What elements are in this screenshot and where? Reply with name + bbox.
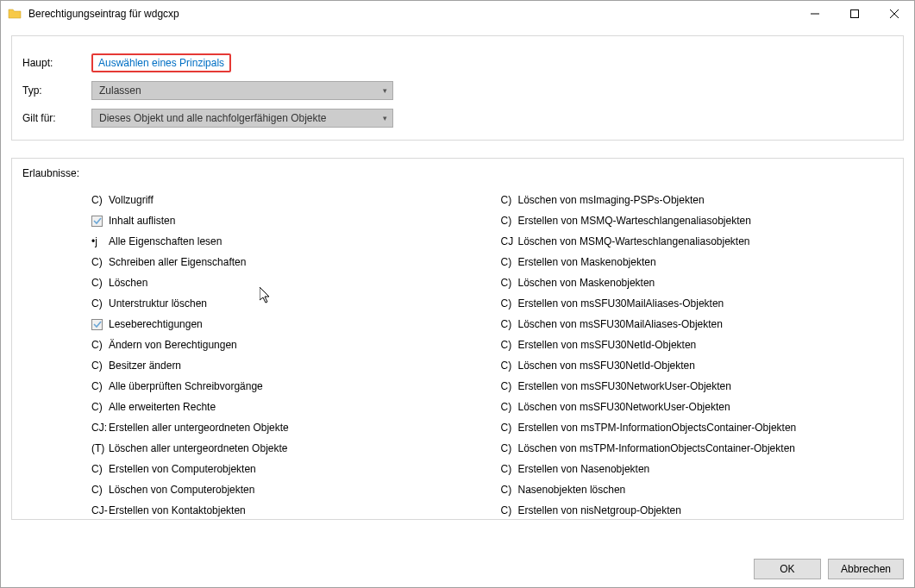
permission-label: Besitzer ändern bbox=[109, 360, 181, 372]
cancel-button[interactable]: Abbrechen bbox=[828, 559, 904, 579]
minimize-button[interactable] bbox=[795, 1, 835, 27]
dialog-footer: OK Abbrechen bbox=[1, 551, 914, 587]
permission-label: Erstellen von Nasenobjekten bbox=[518, 463, 650, 475]
svg-rect-1 bbox=[851, 10, 859, 18]
permission-label: Erstellen von nisNetgroup-Objekten bbox=[518, 504, 681, 516]
permission-item[interactable]: C)Löschen von msSFU30NetworkUser-Objekte… bbox=[501, 397, 893, 417]
glyph-icon: C) bbox=[91, 401, 109, 413]
glyph-icon: C) bbox=[501, 277, 518, 289]
permission-item[interactable]: C)Unterstruktur löschen bbox=[91, 293, 484, 314]
glyph-icon: •j bbox=[91, 235, 109, 247]
permission-item[interactable]: C)Nasenobjekten löschen bbox=[501, 479, 893, 500]
permission-item[interactable]: C)Erstellen von msSFU30NetId-Objekten bbox=[501, 335, 893, 355]
chevron-down-icon: ▾ bbox=[383, 86, 387, 95]
permission-label: Erstellen von Maskenobjekten bbox=[518, 256, 656, 268]
permission-item[interactable]: •jAlle Eigenschaften lesen bbox=[91, 231, 484, 252]
glyph-icon: C) bbox=[501, 422, 518, 434]
permission-label: Löschen von Maskenobjekten bbox=[518, 277, 655, 289]
type-select[interactable]: Zulassen ▾ bbox=[91, 81, 393, 100]
select-principal-link[interactable]: Auswählen eines Prinzipals bbox=[91, 53, 231, 72]
glyph-icon: C) bbox=[501, 442, 518, 454]
close-button[interactable] bbox=[874, 1, 914, 27]
permission-label: Löschen von Computerobjekten bbox=[109, 484, 254, 496]
permission-label: Unterstruktur löschen bbox=[109, 297, 207, 310]
permission-item[interactable]: C)Erstellen von MSMQ-Warteschlangenalias… bbox=[501, 210, 893, 231]
permission-item[interactable]: Inhalt auflisten bbox=[91, 210, 484, 231]
glyph-icon: C) bbox=[501, 380, 518, 392]
permission-label: Löschen von msSFU30NetworkUser-Objekten bbox=[518, 401, 730, 413]
glyph-icon: C) bbox=[91, 194, 109, 206]
permission-item[interactable]: C)Erstellen von Nasenobjekten bbox=[501, 459, 893, 479]
permission-label: Alle Eigenschaften lesen bbox=[109, 235, 222, 247]
permission-item[interactable]: Leseberechtigungen bbox=[91, 314, 484, 335]
window-controls bbox=[795, 1, 914, 27]
permission-item[interactable]: C)Ändern von Berechtigungen bbox=[91, 335, 484, 355]
type-select-value: Zulassen bbox=[99, 84, 141, 97]
permission-label: Löschen von msSFU30NetId-Objekten bbox=[518, 360, 695, 372]
permission-label: Erstellen von msSFU30NetId-Objekten bbox=[518, 339, 697, 351]
permission-label: Erstellen von Computerobjekten bbox=[109, 463, 256, 475]
permission-item[interactable]: C)Erstellen von msTPM-InformationObjects… bbox=[501, 417, 893, 438]
permissions-group: Erlaubnisse: C)VollzugriffInhalt auflist… bbox=[11, 158, 904, 520]
permission-item[interactable]: C)Löschen von msImaging-PSPs-Objekten bbox=[501, 190, 893, 210]
permission-item[interactable]: C)Erstellen von nisNetgroup-Objekten bbox=[501, 500, 893, 520]
permission-item[interactable]: C)Erstellen von Maskenobjekten bbox=[501, 252, 893, 272]
ok-button[interactable]: OK bbox=[754, 559, 821, 579]
permission-label: Löschen bbox=[109, 277, 147, 289]
permission-item[interactable]: C)Löschen von msSFU30NetId-Objekten bbox=[501, 355, 893, 376]
permissions-title: Erlaubnisse: bbox=[22, 167, 893, 179]
glyph-icon: C) bbox=[91, 256, 109, 268]
permission-label: Inhalt auflisten bbox=[109, 215, 175, 227]
glyph-icon: C) bbox=[501, 360, 518, 372]
glyph-icon: C) bbox=[501, 297, 518, 310]
glyph-icon: C) bbox=[501, 463, 518, 475]
permission-label: Löschen von msSFU30MailAliases-Objekten bbox=[518, 318, 723, 330]
permission-item[interactable]: C)Erstellen von Computerobjekten bbox=[91, 459, 484, 479]
glyph-icon: C) bbox=[501, 256, 518, 268]
permission-item[interactable]: C)Löschen von Maskenobjekten bbox=[501, 272, 893, 293]
applies-select[interactable]: Dieses Objekt und alle nachfolgerfähigen… bbox=[91, 109, 393, 128]
applies-select-value: Dieses Objekt und alle nachfolgerfähigen… bbox=[99, 112, 327, 124]
glyph-icon: C) bbox=[501, 504, 518, 516]
glyph-icon: CJ: bbox=[91, 422, 109, 434]
permission-item[interactable]: C)Löschen bbox=[91, 272, 484, 293]
titlebar: Berechtigungseintrag für wdgcxp bbox=[1, 1, 914, 27]
permission-item[interactable]: C)Schreiben aller Eigenschaften bbox=[91, 252, 484, 272]
permission-label: Alle erweiterten Rechte bbox=[109, 401, 216, 413]
permission-item[interactable]: C)Erstellen von msSFU30MailAliases-Objek… bbox=[501, 293, 893, 314]
glyph-icon: C) bbox=[91, 277, 109, 289]
permission-label: Erstellen von MSMQ-Warteschlangenaliasob… bbox=[518, 215, 751, 227]
glyph-icon: C) bbox=[501, 318, 518, 330]
checkbox-checked-icon bbox=[91, 216, 109, 227]
permission-label: Erstellen von msSFU30MailAliases-Objekte… bbox=[518, 297, 724, 310]
permission-label: Ändern von Berechtigungen bbox=[109, 339, 237, 351]
permissions-column-2: C)Löschen von msImaging-PSPs-ObjektenC)E… bbox=[501, 190, 893, 520]
permission-item[interactable]: CJLöschen von MSMQ-Warteschlangenaliasob… bbox=[501, 231, 893, 252]
permission-label: Erstellen von Kontaktobjekten bbox=[109, 504, 246, 516]
permission-item[interactable]: C)Alle erweiterten Rechte bbox=[91, 397, 484, 417]
permission-item[interactable]: C)Besitzer ändern bbox=[91, 355, 484, 376]
permission-item[interactable]: C)Löschen von msSFU30MailAliases-Objekte… bbox=[501, 314, 893, 335]
permission-item[interactable]: C)Löschen von Computerobjekten bbox=[91, 479, 484, 500]
permission-label: Erstellen von msTPM-InformationObjectsCo… bbox=[518, 422, 797, 434]
glyph-icon: CJ- bbox=[91, 504, 109, 516]
permission-label: Schreiben aller Eigenschaften bbox=[109, 256, 246, 268]
permission-label: Löschen von msTPM-InformationObjectsCont… bbox=[518, 442, 795, 454]
glyph-icon: C) bbox=[501, 339, 518, 351]
permission-label: Löschen von MSMQ-Warteschlangenaliasobje… bbox=[518, 235, 750, 247]
applies-label: Gilt für: bbox=[22, 112, 91, 124]
glyph-icon: C) bbox=[91, 297, 109, 310]
permission-item[interactable]: C)Erstellen von msSFU30NetworkUser-Objek… bbox=[501, 376, 893, 397]
permission-item[interactable]: CJ-Erstellen von Kontaktobjekten bbox=[91, 500, 484, 520]
glyph-icon: (T) bbox=[91, 442, 109, 454]
permission-item[interactable]: CJ:Erstellen aller untergeordneten Objek… bbox=[91, 417, 484, 438]
permission-item[interactable]: C)Alle überprüften Schreibvorgänge bbox=[91, 376, 484, 397]
principal-group: Haupt: Auswählen eines Prinzipals Typ: Z… bbox=[11, 35, 904, 141]
permission-item[interactable]: C)Löschen von msTPM-InformationObjectsCo… bbox=[501, 438, 893, 459]
glyph-icon: CJ bbox=[501, 235, 518, 247]
permission-item[interactable]: (T)Löschen aller untergeordneten Objekte bbox=[91, 438, 484, 459]
maximize-button[interactable] bbox=[835, 1, 874, 27]
glyph-icon: C) bbox=[501, 194, 518, 206]
permission-item[interactable]: C)Vollzugriff bbox=[91, 190, 484, 210]
permission-label: Löschen von msImaging-PSPs-Objekten bbox=[518, 194, 705, 206]
